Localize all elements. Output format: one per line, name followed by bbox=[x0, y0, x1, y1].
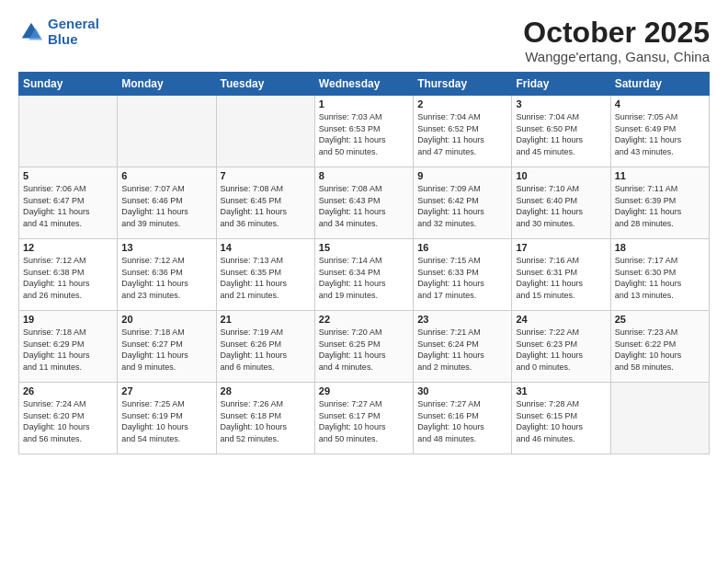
day-number: 1 bbox=[319, 98, 409, 109]
day-info: Sunrise: 7:04 AM Sunset: 6:52 PM Dayligh… bbox=[417, 111, 507, 157]
day-number: 7 bbox=[221, 170, 311, 181]
title-block: October 2025 Wangge'ertang, Gansu, China bbox=[523, 17, 710, 64]
calendar-cell: 6Sunrise: 7:07 AM Sunset: 6:46 PM Daylig… bbox=[118, 167, 216, 239]
calendar-cell bbox=[118, 96, 216, 167]
day-number: 22 bbox=[319, 314, 409, 325]
calendar-cell: 26Sunrise: 7:24 AM Sunset: 6:20 PM Dayli… bbox=[19, 383, 118, 454]
day-number: 26 bbox=[23, 385, 113, 396]
day-number: 25 bbox=[615, 314, 705, 325]
calendar-cell: 21Sunrise: 7:19 AM Sunset: 6:26 PM Dayli… bbox=[216, 311, 314, 383]
calendar-cell: 30Sunrise: 7:27 AM Sunset: 6:16 PM Dayli… bbox=[414, 383, 512, 454]
calendar-week-5: 26Sunrise: 7:24 AM Sunset: 6:20 PM Dayli… bbox=[19, 383, 710, 454]
calendar-cell: 4Sunrise: 7:05 AM Sunset: 6:49 PM Daylig… bbox=[610, 96, 709, 167]
day-number: 9 bbox=[417, 170, 507, 181]
calendar-cell: 5Sunrise: 7:06 AM Sunset: 6:47 PM Daylig… bbox=[19, 167, 118, 239]
day-number: 28 bbox=[221, 385, 311, 396]
day-number: 4 bbox=[615, 98, 705, 109]
logo-text: General Blue bbox=[48, 17, 99, 47]
header: General Blue October 2025 Wangge'ertang,… bbox=[18, 17, 710, 64]
calendar-cell: 8Sunrise: 7:08 AM Sunset: 6:43 PM Daylig… bbox=[314, 167, 413, 239]
day-info: Sunrise: 7:03 AM Sunset: 6:53 PM Dayligh… bbox=[319, 111, 409, 157]
calendar-cell: 24Sunrise: 7:22 AM Sunset: 6:23 PM Dayli… bbox=[512, 311, 610, 383]
day-info: Sunrise: 7:24 AM Sunset: 6:20 PM Dayligh… bbox=[23, 398, 113, 444]
day-info: Sunrise: 7:17 AM Sunset: 6:30 PM Dayligh… bbox=[615, 255, 705, 301]
calendar-week-4: 19Sunrise: 7:18 AM Sunset: 6:29 PM Dayli… bbox=[19, 311, 710, 383]
day-number: 15 bbox=[319, 242, 409, 253]
calendar-cell: 17Sunrise: 7:16 AM Sunset: 6:31 PM Dayli… bbox=[512, 239, 610, 311]
calendar-cell: 19Sunrise: 7:18 AM Sunset: 6:29 PM Dayli… bbox=[19, 311, 118, 383]
calendar-header-row: SundayMondayTuesdayWednesdayThursdayFrid… bbox=[19, 73, 710, 96]
day-info: Sunrise: 7:18 AM Sunset: 6:27 PM Dayligh… bbox=[121, 327, 211, 373]
logo: General Blue bbox=[18, 17, 99, 47]
calendar-week-3: 12Sunrise: 7:12 AM Sunset: 6:38 PM Dayli… bbox=[19, 239, 710, 311]
day-number: 23 bbox=[417, 314, 507, 325]
day-info: Sunrise: 7:28 AM Sunset: 6:15 PM Dayligh… bbox=[516, 398, 606, 444]
calendar-table: SundayMondayTuesdayWednesdayThursdayFrid… bbox=[18, 72, 710, 454]
day-info: Sunrise: 7:05 AM Sunset: 6:49 PM Dayligh… bbox=[615, 111, 705, 157]
day-number: 19 bbox=[23, 314, 113, 325]
page: General Blue October 2025 Wangge'ertang,… bbox=[0, 0, 728, 563]
calendar-cell: 27Sunrise: 7:25 AM Sunset: 6:19 PM Dayli… bbox=[118, 383, 216, 454]
day-info: Sunrise: 7:27 AM Sunset: 6:16 PM Dayligh… bbox=[417, 398, 507, 444]
day-number: 14 bbox=[221, 242, 311, 253]
calendar-week-1: 1Sunrise: 7:03 AM Sunset: 6:53 PM Daylig… bbox=[19, 96, 710, 167]
calendar-cell: 12Sunrise: 7:12 AM Sunset: 6:38 PM Dayli… bbox=[19, 239, 118, 311]
day-info: Sunrise: 7:12 AM Sunset: 6:38 PM Dayligh… bbox=[23, 255, 113, 301]
day-info: Sunrise: 7:26 AM Sunset: 6:18 PM Dayligh… bbox=[221, 398, 311, 444]
day-info: Sunrise: 7:27 AM Sunset: 6:17 PM Dayligh… bbox=[319, 398, 409, 444]
day-number: 21 bbox=[221, 314, 311, 325]
day-number: 20 bbox=[121, 314, 211, 325]
calendar-header-wednesday: Wednesday bbox=[314, 73, 413, 96]
day-info: Sunrise: 7:06 AM Sunset: 6:47 PM Dayligh… bbox=[23, 183, 113, 229]
day-info: Sunrise: 7:19 AM Sunset: 6:26 PM Dayligh… bbox=[221, 327, 311, 373]
logo-icon bbox=[18, 19, 44, 45]
day-info: Sunrise: 7:18 AM Sunset: 6:29 PM Dayligh… bbox=[23, 327, 113, 373]
calendar-cell: 28Sunrise: 7:26 AM Sunset: 6:18 PM Dayli… bbox=[216, 383, 314, 454]
calendar-cell bbox=[19, 96, 118, 167]
calendar-cell: 14Sunrise: 7:13 AM Sunset: 6:35 PM Dayli… bbox=[216, 239, 314, 311]
calendar-header-friday: Friday bbox=[512, 73, 610, 96]
day-number: 10 bbox=[516, 170, 606, 181]
day-number: 5 bbox=[23, 170, 113, 181]
day-info: Sunrise: 7:08 AM Sunset: 6:45 PM Dayligh… bbox=[221, 183, 311, 229]
calendar-cell: 11Sunrise: 7:11 AM Sunset: 6:39 PM Dayli… bbox=[610, 167, 709, 239]
calendar-header-saturday: Saturday bbox=[610, 73, 709, 96]
day-number: 27 bbox=[121, 385, 211, 396]
day-info: Sunrise: 7:04 AM Sunset: 6:50 PM Dayligh… bbox=[516, 111, 606, 157]
day-number: 30 bbox=[417, 385, 507, 396]
day-number: 12 bbox=[23, 242, 113, 253]
day-info: Sunrise: 7:20 AM Sunset: 6:25 PM Dayligh… bbox=[319, 327, 409, 373]
day-info: Sunrise: 7:11 AM Sunset: 6:39 PM Dayligh… bbox=[615, 183, 705, 229]
day-number: 2 bbox=[417, 98, 507, 109]
day-number: 31 bbox=[516, 385, 606, 396]
calendar-header-monday: Monday bbox=[118, 73, 216, 96]
day-info: Sunrise: 7:16 AM Sunset: 6:31 PM Dayligh… bbox=[516, 255, 606, 301]
day-number: 8 bbox=[319, 170, 409, 181]
calendar-header-thursday: Thursday bbox=[414, 73, 512, 96]
calendar-cell: 10Sunrise: 7:10 AM Sunset: 6:40 PM Dayli… bbox=[512, 167, 610, 239]
day-number: 24 bbox=[516, 314, 606, 325]
calendar-cell: 13Sunrise: 7:12 AM Sunset: 6:36 PM Dayli… bbox=[118, 239, 216, 311]
calendar-cell: 31Sunrise: 7:28 AM Sunset: 6:15 PM Dayli… bbox=[512, 383, 610, 454]
calendar-cell: 2Sunrise: 7:04 AM Sunset: 6:52 PM Daylig… bbox=[414, 96, 512, 167]
calendar-cell: 23Sunrise: 7:21 AM Sunset: 6:24 PM Dayli… bbox=[414, 311, 512, 383]
calendar-cell bbox=[216, 96, 314, 167]
day-number: 17 bbox=[516, 242, 606, 253]
day-number: 3 bbox=[516, 98, 606, 109]
calendar-cell: 18Sunrise: 7:17 AM Sunset: 6:30 PM Dayli… bbox=[610, 239, 709, 311]
day-info: Sunrise: 7:25 AM Sunset: 6:19 PM Dayligh… bbox=[121, 398, 211, 444]
calendar-header-sunday: Sunday bbox=[19, 73, 118, 96]
calendar-cell: 20Sunrise: 7:18 AM Sunset: 6:27 PM Dayli… bbox=[118, 311, 216, 383]
day-info: Sunrise: 7:14 AM Sunset: 6:34 PM Dayligh… bbox=[319, 255, 409, 301]
month-title: October 2025 bbox=[523, 17, 710, 49]
location: Wangge'ertang, Gansu, China bbox=[523, 49, 710, 64]
day-info: Sunrise: 7:21 AM Sunset: 6:24 PM Dayligh… bbox=[417, 327, 507, 373]
calendar-cell: 29Sunrise: 7:27 AM Sunset: 6:17 PM Dayli… bbox=[314, 383, 413, 454]
day-number: 18 bbox=[615, 242, 705, 253]
day-info: Sunrise: 7:12 AM Sunset: 6:36 PM Dayligh… bbox=[121, 255, 211, 301]
calendar-cell: 22Sunrise: 7:20 AM Sunset: 6:25 PM Dayli… bbox=[314, 311, 413, 383]
calendar-cell bbox=[610, 383, 709, 454]
calendar-cell: 7Sunrise: 7:08 AM Sunset: 6:45 PM Daylig… bbox=[216, 167, 314, 239]
calendar-cell: 15Sunrise: 7:14 AM Sunset: 6:34 PM Dayli… bbox=[314, 239, 413, 311]
calendar-header-tuesday: Tuesday bbox=[216, 73, 314, 96]
